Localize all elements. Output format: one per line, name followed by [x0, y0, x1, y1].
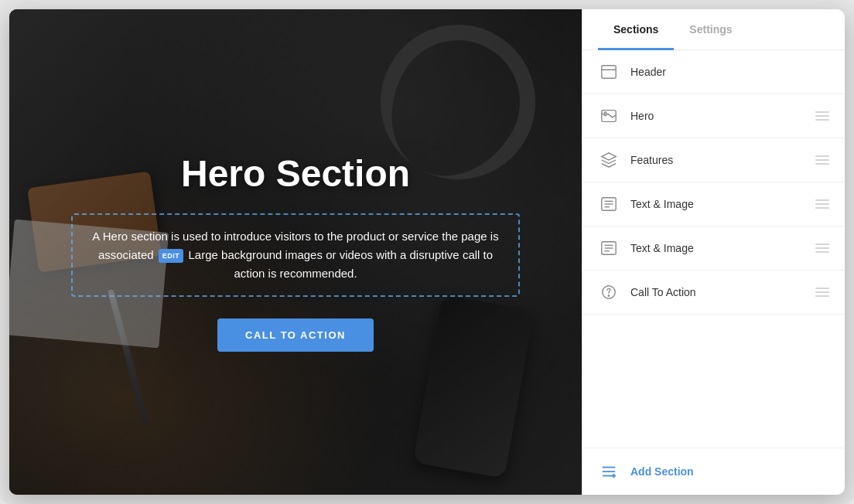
hero-cta-button[interactable]: CALL TO ACTION: [217, 318, 374, 352]
panel-tabs: Sections Settings: [582, 9, 845, 50]
section-item-text-image-2[interactable]: Text & Image: [582, 226, 845, 271]
section-item-text-image-1[interactable]: Text & Image: [582, 182, 845, 226]
svg-point-13: [608, 295, 609, 296]
section-item-hero[interactable]: Hero: [582, 94, 845, 138]
cta-icon: [598, 281, 620, 303]
section-label-cta: Call To Action: [630, 286, 815, 298]
svg-point-3: [604, 112, 606, 114]
text-image-2-drag-handle[interactable]: [815, 243, 829, 253]
section-item-header[interactable]: Header: [582, 50, 845, 94]
features-drag-handle[interactable]: [815, 155, 829, 165]
hero-drag-handle[interactable]: [815, 111, 829, 121]
hero-description: A Hero section is used to introduce visi…: [91, 227, 500, 283]
text-image-icon-1: [598, 193, 620, 215]
section-label-features: Features: [630, 154, 815, 166]
section-label-header: Header: [630, 66, 829, 78]
cta-drag-handle[interactable]: [815, 288, 829, 297]
hero-icon: [598, 105, 620, 127]
edit-badge[interactable]: EDIT: [159, 249, 184, 263]
text-image-1-drag-handle[interactable]: [815, 199, 829, 209]
hero-content: Hero Section A Hero section is used to i…: [9, 9, 582, 495]
add-section-icon: [598, 461, 620, 482]
section-label-hero: Hero: [630, 110, 815, 122]
hero-title: Hero Section: [181, 152, 410, 195]
layout-icon: [598, 61, 620, 83]
svg-rect-0: [602, 66, 616, 79]
hero-desc-part2: Large background images or videos with a…: [189, 248, 494, 280]
section-label-text-image-1: Text & Image: [630, 198, 815, 210]
hero-description-box: A Hero section is used to introduce visi…: [71, 213, 520, 297]
tab-settings[interactable]: Settings: [674, 9, 747, 50]
tab-sections[interactable]: Sections: [598, 9, 674, 50]
text-image-icon-2: [598, 237, 620, 259]
main-container: Hero Section A Hero section is used to i…: [9, 9, 845, 495]
section-item-features[interactable]: Features: [582, 138, 845, 182]
section-label-text-image-2: Text & Image: [630, 242, 815, 254]
hero-preview: Hero Section A Hero section is used to i…: [9, 9, 582, 495]
side-panel: Sections Settings Header: [582, 9, 845, 495]
add-section-label: Add Section: [630, 465, 694, 478]
sections-list: Header Hero: [582, 50, 845, 448]
add-section-item[interactable]: Add Section: [582, 448, 845, 495]
section-item-cta[interactable]: Call To Action: [582, 271, 845, 315]
features-icon: [598, 149, 620, 171]
